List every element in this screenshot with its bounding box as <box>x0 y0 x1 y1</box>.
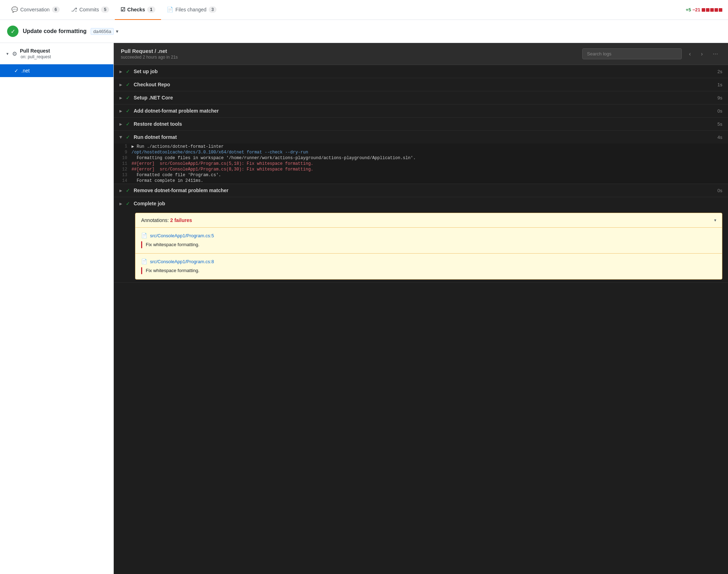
annotations-header[interactable]: Annotations: 2 failures ▾ <box>135 213 722 227</box>
step-arrow-icon: ▶ <box>119 70 122 74</box>
annotation-file-icon: 📄 <box>141 233 147 238</box>
step-duration: 1s <box>717 82 722 87</box>
annotations-title: Annotations: 2 failures <box>141 217 192 223</box>
log-line-num: 1 <box>114 144 132 149</box>
step-check-icon: ✓ <box>126 134 130 140</box>
diff-blocks <box>702 8 722 12</box>
log-line-content: ##[error] src/ConsoleApp1/Program.cs(8,3… <box>132 167 319 172</box>
step-restore-tools-header[interactable]: ▶ ✓ Restore dotnet tools 5s <box>114 118 728 130</box>
step-check-icon: ✓ <box>126 82 130 87</box>
pr-title: Update code formatting <box>23 28 87 34</box>
annotations-label: Annotations: <box>141 217 169 223</box>
log-line: 13 Formatted code file 'Program.cs'. <box>114 172 728 178</box>
pr-header: ✓ Update code formatting da4656a ▾ <box>0 20 728 43</box>
step-complete-job-header[interactable]: ▶ ✓ Complete job <box>114 197 728 210</box>
log-line-content: /opt/hostedtoolcache/dncs/3.0.100/x64/do… <box>132 150 314 155</box>
log-line: 12 ##[error] src/ConsoleApp1/Program.cs(… <box>114 167 728 172</box>
diff-block-5 <box>719 8 722 12</box>
check-mark: ✓ <box>11 28 15 35</box>
log-line-content: ##[error] src/ConsoleApp1/Program.cs(5,1… <box>132 161 319 166</box>
step-check-icon: ✓ <box>126 201 130 206</box>
sidebar: ▼ ⚙ Pull Request on: pull_request ✓ .net <box>0 43 114 574</box>
annotations-panel: Annotations: 2 failures ▾ 📄 src/ConsoleA… <box>135 213 722 280</box>
step-add-matcher-header[interactable]: ▶ ✓ Add dotnet-format problem matcher 0s <box>114 104 728 117</box>
logs-title: Pull Request / .net <box>121 48 578 54</box>
logs-more-button[interactable]: ··· <box>710 49 721 59</box>
tab-files-changed[interactable]: 📄 Files changed 3 <box>161 0 223 20</box>
logs-title-section: Pull Request / .net succeeded 2 hours ag… <box>121 48 578 60</box>
log-line-content: Format complete in 2411ms. <box>132 178 209 183</box>
group-chevron-icon: ▼ <box>6 52 9 56</box>
annotations-chevron-icon: ▾ <box>714 218 716 223</box>
pr-title-section: Update code formatting da4656a ▾ <box>23 28 118 34</box>
pr-sha[interactable]: da4656a <box>91 28 114 35</box>
tab-commits-badge: 5 <box>101 6 109 13</box>
step-arrow-icon: ▶ <box>119 122 122 126</box>
tab-commits[interactable]: ⎇ Commits 5 <box>65 0 115 20</box>
annotation-file-2: 📄 src/ConsoleApp1/Program.cs:8 <box>141 259 716 264</box>
step-checkout-repo-header[interactable]: ▶ ✓ Checkout Repo 1s <box>114 78 728 91</box>
log-line-content: ▶ Run ./actions/dotnet-format-linter <box>132 144 229 149</box>
step-duration: 4s <box>717 135 722 140</box>
step-complete-job: ▶ ✓ Complete job Annotations: 2 failures… <box>114 197 728 283</box>
diff-stats: +5 −21 <box>686 7 722 12</box>
step-arrow-icon: ▶ <box>119 96 122 100</box>
step-arrow-expanded-icon: ▶ <box>119 136 123 139</box>
annotation-msg-1: Fix whitespace formatting. <box>146 241 199 248</box>
step-check-icon: ✓ <box>126 95 130 101</box>
log-line-num: 11 <box>114 161 132 166</box>
step-label: Run dotnet format <box>134 134 714 140</box>
annotation-filename-2[interactable]: src/ConsoleApp1/Program.cs:8 <box>150 259 214 264</box>
annotation-msg-row: Fix whitespace formatting. <box>141 241 716 248</box>
logs-content: ▶ ✓ Set up job 2s ▶ ✓ Checkout Repo 1s ▶ <box>114 65 728 574</box>
tab-conversation[interactable]: 💬 Conversation 6 <box>6 0 65 20</box>
conversation-icon: 💬 <box>11 6 18 13</box>
diff-block-2 <box>706 8 710 12</box>
annotation-file-1: 📄 src/ConsoleApp1/Program.cs:5 <box>141 233 716 238</box>
annotation-msg-row: Fix whitespace formatting. <box>141 267 716 274</box>
log-line-content: Formatting code files in workspace '/hom… <box>132 156 421 161</box>
logs-panel: Pull Request / .net succeeded 2 hours ag… <box>114 43 728 574</box>
tab-conversation-label: Conversation <box>20 7 50 12</box>
pr-check-icon: ✓ <box>7 26 18 37</box>
log-line: 11 ##[error] src/ConsoleApp1/Program.cs(… <box>114 161 728 167</box>
tab-conversation-badge: 6 <box>52 6 60 13</box>
step-remove-matcher-header[interactable]: ▶ ✓ Remove dotnet-format problem matcher… <box>114 184 728 197</box>
step-label: Restore dotnet tools <box>134 121 714 127</box>
sidebar-group-header[interactable]: ▼ ⚙ Pull Request on: pull_request <box>0 43 113 64</box>
diff-block-1 <box>702 8 705 12</box>
log-line-num: 14 <box>114 178 132 183</box>
logs-prev-button[interactable]: ‹ <box>686 49 694 59</box>
step-setup-job-header[interactable]: ▶ ✓ Set up job 2s <box>114 65 728 78</box>
annotation-item-1: 📄 src/ConsoleApp1/Program.cs:5 Fix white… <box>135 227 722 253</box>
tab-files-label: Files changed <box>176 7 207 12</box>
step-setup-dotnet: ▶ ✓ Setup .NET Core 9s <box>114 91 728 104</box>
step-duration: 0s <box>717 108 722 114</box>
annotation-filename-1[interactable]: src/ConsoleApp1/Program.cs:5 <box>150 233 214 238</box>
log-line: 9 /opt/hostedtoolcache/dncs/3.0.100/x64/… <box>114 150 728 155</box>
tabs-bar: 💬 Conversation 6 ⎇ Commits 5 ☑ Checks 1 … <box>0 0 728 20</box>
step-check-icon: ✓ <box>126 121 130 127</box>
group-icon: ⚙ <box>12 50 17 57</box>
tab-checks[interactable]: ☑ Checks 1 <box>115 0 161 20</box>
diff-add: +5 <box>686 7 691 12</box>
search-input[interactable] <box>582 48 682 59</box>
step-check-icon: ✓ <box>126 69 130 74</box>
step-remove-matcher: ▶ ✓ Remove dotnet-format problem matcher… <box>114 184 728 197</box>
step-duration: 0s <box>717 188 722 193</box>
log-line: 10 Formatting code files in workspace '/… <box>114 155 728 161</box>
annotations-failures: 2 failures <box>170 217 192 223</box>
step-arrow-icon: ▶ <box>119 83 122 87</box>
logs-next-button[interactable]: › <box>698 49 706 59</box>
sidebar-item-dotnet[interactable]: ✓ .net <box>0 64 113 77</box>
step-setup-dotnet-header[interactable]: ▶ ✓ Setup .NET Core 9s <box>114 91 728 104</box>
log-line: 1 ▶ Run ./actions/dotnet-format-linter <box>114 144 728 150</box>
step-check-icon: ✓ <box>126 108 130 114</box>
group-subtitle: on: pull_request <box>21 54 51 59</box>
step-run-format-header[interactable]: ▶ ✓ Run dotnet format 4s <box>114 131 728 144</box>
step-add-matcher: ▶ ✓ Add dotnet-format problem matcher 0s <box>114 104 728 118</box>
annotation-file-icon: 📄 <box>141 259 147 264</box>
sha-dropdown-button[interactable]: ▾ <box>116 28 118 34</box>
step-duration: 5s <box>717 121 722 127</box>
main-layout: ▼ ⚙ Pull Request on: pull_request ✓ .net… <box>0 43 728 574</box>
